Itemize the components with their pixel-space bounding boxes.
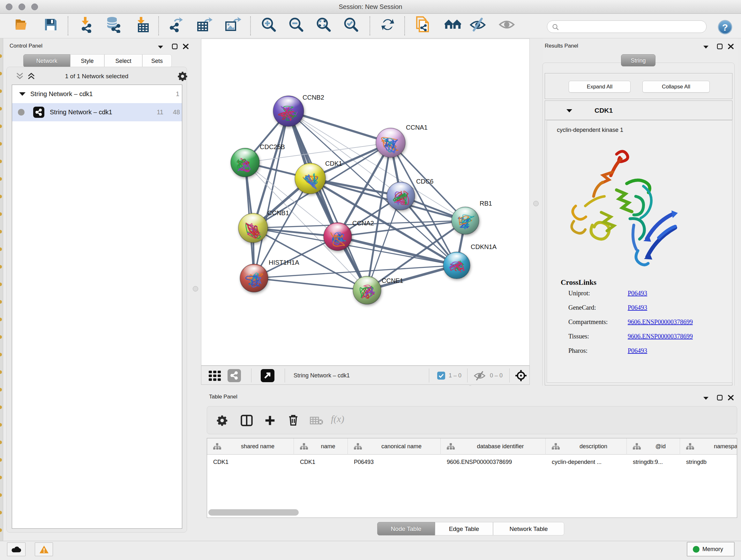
network-node-CCNA1[interactable]	[376, 128, 405, 158]
network-edge[interactable]	[254, 278, 367, 290]
cloud-button[interactable]	[7, 543, 25, 556]
copy-style-icon[interactable]	[414, 16, 431, 33]
open-in-window-icon[interactable]	[261, 369, 274, 382]
selected-checkbox-icon[interactable]	[437, 372, 445, 380]
column-header--id[interactable]: @id	[627, 438, 680, 455]
network-node-CDKN1A[interactable]	[443, 252, 470, 279]
tab-style[interactable]: Style	[70, 54, 105, 67]
gene-header[interactable]: CDK1	[545, 101, 732, 120]
tab-network[interactable]: Network	[23, 54, 70, 67]
open-file-icon[interactable]	[14, 16, 31, 33]
add-column-icon[interactable]	[264, 415, 276, 427]
table-panel-float-icon[interactable]	[717, 395, 723, 401]
network-canvas[interactable]: CCNB2CCNA1CDC25BCDK1CDC6RB1CCNB1CCNA2CDK…	[201, 39, 530, 366]
protein-structure-image	[563, 145, 684, 273]
network-node-CCNB2[interactable]	[273, 96, 304, 126]
network-edge[interactable]	[254, 111, 288, 278]
first-neighbors-icon[interactable]	[445, 16, 461, 33]
delete-column-icon[interactable]	[287, 414, 299, 427]
birds-eye-view-icon[interactable]	[208, 370, 223, 381]
column-header-canonical-name[interactable]: canonical name	[348, 438, 441, 455]
table-panel-close-icon[interactable]	[728, 395, 734, 401]
import-network-file-icon[interactable]	[77, 16, 94, 33]
results-panel-menu-icon[interactable]	[702, 45, 710, 49]
table-cell[interactable]: cyclin-dependent ...	[552, 455, 626, 469]
help-icon[interactable]: ?	[717, 18, 733, 36]
network-node-RB1[interactable]	[452, 207, 479, 234]
network-edge[interactable]	[367, 196, 401, 290]
export-table-icon[interactable]	[197, 16, 213, 33]
network-node-CCNA2[interactable]	[324, 223, 352, 251]
crosslink-link[interactable]: P06493	[628, 290, 647, 297]
crosslink-link[interactable]: P06493	[628, 304, 647, 311]
tab-sets[interactable]: Sets	[142, 54, 172, 67]
table-cell[interactable]: P06493	[354, 455, 441, 469]
export-image-icon[interactable]	[225, 16, 241, 33]
column-header-database-identifier[interactable]: database identifier	[441, 438, 546, 455]
control-panel-close-icon[interactable]	[183, 44, 189, 50]
table-panel-menu-icon[interactable]	[702, 396, 710, 400]
cloud-icon	[11, 546, 22, 553]
tab-edge-table[interactable]: Edge Table	[435, 522, 493, 536]
show-column-icon[interactable]	[240, 415, 253, 427]
column-type-icon	[686, 443, 694, 450]
table-cell[interactable]: 9606.ENSP00000378699	[447, 455, 545, 469]
hide-selected-icon[interactable]	[469, 16, 486, 33]
zoom-selected-icon[interactable]	[343, 16, 359, 33]
crosslink-link[interactable]: 9606.ENSP00000378699	[628, 333, 693, 340]
table-hscrollbar[interactable]	[208, 509, 299, 516]
column-header-description[interactable]: description	[546, 438, 627, 455]
network-edge[interactable]	[288, 111, 391, 143]
zoom-out-icon[interactable]	[288, 16, 305, 33]
table-cell[interactable]: stringdb	[686, 455, 737, 469]
column-header-name[interactable]: name	[294, 438, 348, 455]
network-node-CDC6[interactable]	[387, 182, 415, 210]
table-options-gear-icon[interactable]	[216, 415, 228, 427]
results-panel-float-icon[interactable]	[717, 44, 723, 50]
gene-expander-icon[interactable]	[566, 109, 573, 113]
network-row[interactable]: String Network – cdk1 11 48	[12, 103, 182, 121]
crosslink-link[interactable]: P06493	[628, 347, 647, 354]
table-cell[interactable]: stringdb:9...	[633, 455, 680, 469]
control-panel-menu-icon[interactable]	[157, 45, 164, 49]
column-header-shared-name[interactable]: shared name	[207, 438, 294, 455]
network-share-icon[interactable]	[227, 369, 241, 382]
expand-all-button[interactable]: Expand All	[569, 81, 630, 92]
zoom-in-icon[interactable]	[260, 16, 277, 33]
edge-dot	[0, 177, 2, 181]
crosslink-link[interactable]: 9606.ENSP00000378699	[628, 318, 693, 326]
network-node-CCNE1[interactable]	[353, 276, 381, 304]
export-network-icon[interactable]	[169, 16, 185, 33]
memory-button[interactable]: Memory	[687, 542, 735, 557]
zoom-fit-icon[interactable]	[315, 16, 332, 33]
import-network-database-icon[interactable]	[105, 16, 122, 33]
warnings-button[interactable]	[35, 543, 53, 556]
table-cell[interactable]: CDK1	[213, 455, 293, 469]
network-collection-row[interactable]: String Network – cdk1 1	[12, 85, 182, 103]
network-node-CDC25B[interactable]	[231, 148, 259, 177]
refresh-icon[interactable]	[380, 16, 396, 33]
network-edge[interactable]	[338, 237, 457, 265]
fit-content-crosshair-icon[interactable]	[515, 370, 527, 381]
tab-select[interactable]: Select	[105, 54, 142, 67]
search-input[interactable]	[561, 22, 702, 31]
right-splitter-handle[interactable]	[533, 201, 539, 206]
network-node-CDK1[interactable]	[295, 163, 326, 194]
collection-expander-icon[interactable]	[18, 91, 26, 97]
results-panel-close-icon[interactable]	[728, 44, 734, 50]
tab-network-table[interactable]: Network Table	[493, 522, 564, 536]
results-tab-string[interactable]: String	[621, 54, 656, 66]
column-header-namespace[interactable]: namespace	[680, 438, 737, 455]
control-panel-float-icon[interactable]	[172, 44, 178, 50]
tab-node-table[interactable]: Node Table	[377, 522, 435, 536]
network-edge[interactable]	[288, 111, 367, 290]
network-node-CCNB1[interactable]	[239, 213, 268, 243]
collapse-all-button[interactable]: Collapse All	[643, 81, 710, 92]
left-splitter-handle[interactable]	[193, 286, 198, 292]
table-cell[interactable]: CDK1	[300, 455, 347, 469]
network-node-HIST1H1A[interactable]	[240, 264, 268, 292]
network-options-gear-icon[interactable]	[177, 71, 188, 82]
import-table-file-icon[interactable]	[133, 16, 150, 33]
show-all-icon[interactable]	[498, 16, 515, 33]
save-session-icon[interactable]	[43, 16, 59, 33]
